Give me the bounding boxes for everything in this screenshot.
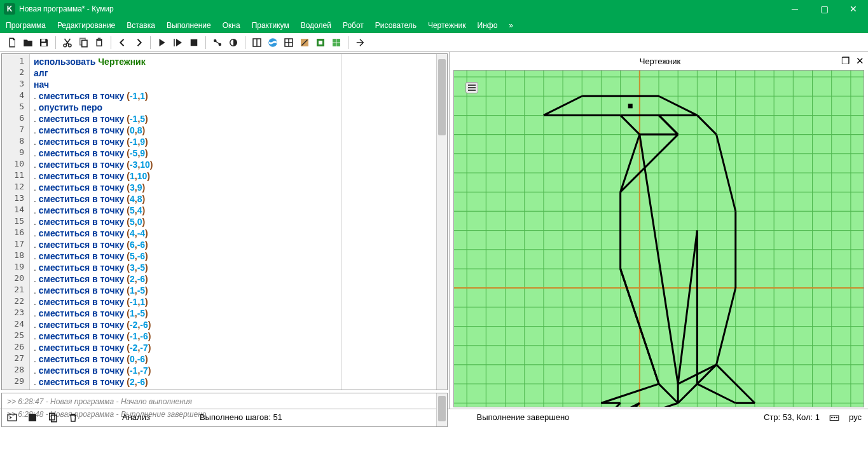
svg-line-117 <box>659 115 678 134</box>
copy-icon[interactable] <box>76 36 90 50</box>
redo-icon[interactable] <box>132 36 146 50</box>
menu-Робот[interactable]: Робот <box>337 18 369 33</box>
menu-Практикум[interactable]: Практикум <box>246 18 295 33</box>
svg-line-98 <box>678 384 697 403</box>
title-bar: K Новая программа* - Кумир ─ ▢ ✕ <box>0 0 868 18</box>
svg-rect-121 <box>8 414 17 421</box>
sb-trash-icon[interactable] <box>67 412 79 423</box>
drawing-canvas[interactable] <box>453 70 864 407</box>
editor-scrollbar[interactable] <box>436 54 447 390</box>
maximize-button[interactable]: ▢ <box>809 0 839 18</box>
status-position: Стр: 53, Кол: 1 <box>764 412 820 422</box>
line-gutter: 1234567891011121314151617181920212223242… <box>2 54 30 390</box>
canvas-menu-icon[interactable] <box>465 82 478 93</box>
menu-Водолей[interactable]: Водолей <box>295 18 337 33</box>
svg-rect-5 <box>82 40 87 47</box>
svg-rect-123 <box>52 415 57 422</box>
svg-point-125 <box>832 417 833 418</box>
svg-rect-10 <box>191 39 198 46</box>
svg-rect-120 <box>628 104 633 108</box>
console-line: >> 6:28:47 - Новая программа - Начало вы… <box>7 397 431 406</box>
paste-icon[interactable] <box>92 36 106 50</box>
sb-copy-icon[interactable] <box>47 412 59 423</box>
status-steps: Выполнено шагов: 51 <box>200 412 282 422</box>
open-file-icon[interactable] <box>21 36 35 50</box>
window-e-icon[interactable] <box>313 36 327 50</box>
canvas-restore-icon[interactable]: ❐ <box>841 55 850 67</box>
save-file-icon[interactable] <box>37 36 51 50</box>
tool-b-icon[interactable] <box>226 36 240 50</box>
window-title: Новая программа* - Кумир <box>19 4 780 13</box>
svg-line-91 <box>697 115 716 134</box>
status-analysis: Анализ <box>122 412 150 422</box>
status-state: Выполнение завершено <box>477 412 570 422</box>
code-editor[interactable]: 1234567891011121314151617181920212223242… <box>1 53 448 390</box>
menu-Редактирование[interactable]: Редактирование <box>52 18 121 33</box>
code-area[interactable]: использовать Чертежникалгнач. сместиться… <box>30 54 341 390</box>
window-c-icon[interactable] <box>282 36 296 50</box>
sb-console-icon[interactable] <box>6 412 18 423</box>
minimize-button[interactable]: ─ <box>780 0 809 18</box>
menu-»[interactable]: » <box>503 18 519 33</box>
svg-rect-0 <box>41 39 45 41</box>
svg-rect-1 <box>41 43 46 46</box>
svg-point-126 <box>834 417 835 418</box>
app-icon: K <box>4 3 15 15</box>
menu-Инфо[interactable]: Инфо <box>472 18 504 33</box>
menu-Вставка[interactable]: Вставка <box>121 18 161 33</box>
run-icon[interactable] <box>155 36 169 50</box>
menu-Программа[interactable]: Программа <box>0 18 52 33</box>
menu-Выполнение[interactable]: Выполнение <box>161 18 217 33</box>
tool-a-icon[interactable] <box>210 36 224 50</box>
svg-line-99 <box>659 384 678 403</box>
svg-rect-7 <box>98 37 101 39</box>
canvas-title-bar: Чертежник ❐ ✕ <box>453 53 867 69</box>
svg-rect-22 <box>319 41 322 44</box>
window-f-icon[interactable] <box>329 36 343 50</box>
canvas-close-icon[interactable]: ✕ <box>856 55 864 67</box>
svg-rect-8 <box>97 41 101 46</box>
svg-point-127 <box>836 417 837 418</box>
step-icon[interactable] <box>171 36 185 50</box>
menu-bar: ПрограммаРедактированиеВставкаВыполнение… <box>0 18 868 33</box>
cut-icon[interactable] <box>60 36 74 50</box>
svg-line-111 <box>697 365 716 384</box>
window-a-icon[interactable] <box>250 36 264 50</box>
stop-icon[interactable] <box>187 36 201 50</box>
menu-Рисователь[interactable]: Рисователь <box>369 18 422 33</box>
menu-Окна[interactable]: Окна <box>217 18 246 33</box>
window-b-icon[interactable] <box>266 36 280 50</box>
keyboard-icon[interactable] <box>829 412 840 423</box>
svg-rect-122 <box>50 413 55 420</box>
svg-line-102 <box>601 384 659 403</box>
close-button[interactable]: ✕ <box>839 0 868 18</box>
expand-icon[interactable] <box>353 36 367 50</box>
svg-rect-9 <box>174 39 175 46</box>
console-scrollbar[interactable] <box>436 393 447 426</box>
new-file-icon[interactable] <box>5 36 19 50</box>
window-d-icon[interactable] <box>298 36 312 50</box>
canvas-title: Чертежник <box>640 57 681 66</box>
svg-line-86 <box>621 115 640 134</box>
margin-area <box>341 54 436 390</box>
undo-icon[interactable] <box>116 36 130 50</box>
svg-line-107 <box>621 403 679 407</box>
sb-save-icon[interactable] <box>27 412 38 423</box>
menu-Чертежник[interactable]: Чертежник <box>422 18 472 33</box>
toolbar <box>0 33 868 52</box>
status-lang: рус <box>849 412 862 422</box>
